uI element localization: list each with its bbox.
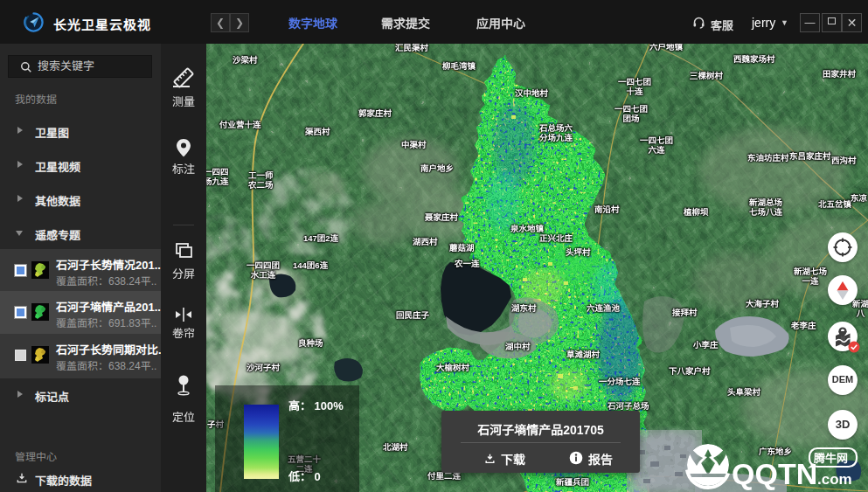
- svg-text:腾牛网: 腾牛网: [813, 452, 848, 465]
- svg-text:.com: .com: [817, 471, 852, 488]
- svg-text:QQTN: QQTN: [732, 457, 817, 490]
